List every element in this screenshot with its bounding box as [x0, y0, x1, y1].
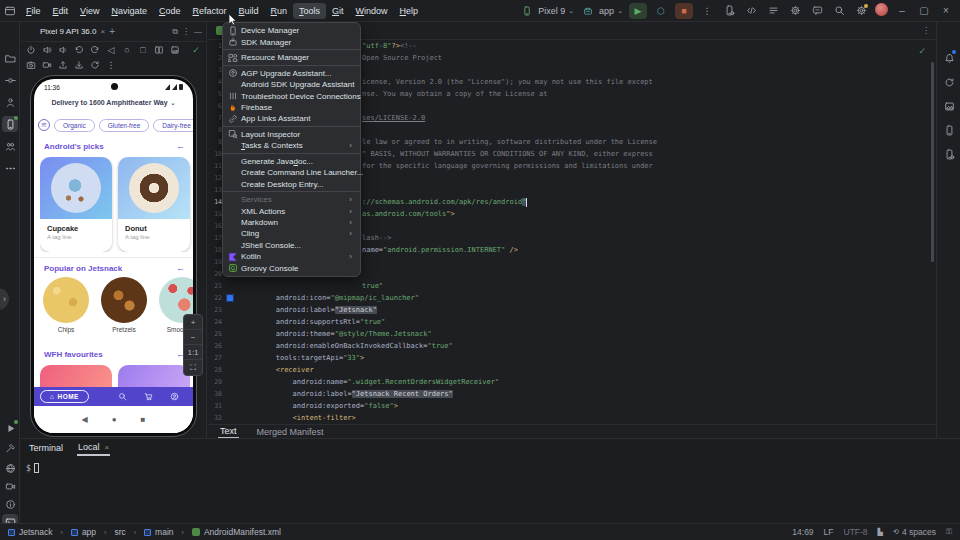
volume-down-icon[interactable] — [57, 44, 69, 56]
menu-item-layout-inspector[interactable]: Layout Inspector — [223, 129, 360, 140]
manifest-tab-merged-manifest[interactable]: Merged Manifest — [255, 426, 326, 438]
menu-item-tasks-contexts[interactable]: Tasks & Contexts› — [223, 140, 360, 151]
settings-icon[interactable] — [853, 3, 869, 19]
code-line[interactable]: 32 <intent-filter> — [208, 412, 936, 424]
menu-item-resource-manager[interactable]: Resource Manager — [223, 52, 360, 63]
code-with-me-icon[interactable] — [743, 3, 759, 19]
filter-chip[interactable]: Organic — [54, 119, 95, 132]
upload-icon[interactable] — [57, 59, 69, 71]
menu-item-create-desktop-entry[interactable]: Create Desktop Entry... — [223, 178, 360, 189]
run-icon[interactable] — [2, 420, 18, 436]
menu-file[interactable]: File — [20, 3, 47, 19]
zoom-control-+[interactable]: + — [184, 315, 202, 330]
nav-cart-icon[interactable] — [135, 392, 161, 401]
running-devices-icon[interactable] — [2, 116, 18, 132]
menu-refactor[interactable]: Refactor — [186, 3, 232, 19]
snack-card[interactable]: DonutA tag line — [118, 157, 190, 252]
device-tab[interactable]: Pixel 9 API 36.0 — [40, 27, 96, 36]
menu-navigate[interactable]: Navigate — [105, 3, 153, 19]
popular-snack[interactable]: Chips — [42, 277, 90, 343]
menu-code[interactable]: Code — [153, 3, 187, 19]
open-in-window-icon[interactable]: ⧉ — [172, 27, 178, 37]
profiler-icon[interactable] — [2, 138, 18, 154]
device-screen[interactable]: 11:36 Delivery to 1600 Amphitheater Way⌄… — [34, 79, 193, 433]
filter-chip[interactable]: Gluten-free — [99, 119, 150, 132]
code-line[interactable]: 21true" — [208, 280, 936, 292]
code-line[interactable]: 30 android:label="Jetsnack Recent Orders… — [208, 388, 936, 400]
notifications-icon[interactable] — [941, 50, 957, 66]
menu-item-sdk-manager[interactable]: SDK Manager — [223, 36, 360, 47]
close-tab-icon[interactable]: × — [105, 443, 110, 452]
rotate-right-icon[interactable] — [89, 44, 101, 56]
column-mode-icon[interactable]: ▙ — [878, 528, 883, 536]
code-line[interactable]: 28 <receiver — [208, 364, 936, 376]
menu-item-troubleshoot-device-connections[interactable]: Troubleshoot Device Connections — [223, 90, 360, 101]
menu-item-device-manager[interactable]: Device Manager — [223, 25, 360, 36]
nav-overview-button[interactable]: ■ — [141, 415, 146, 424]
menu-tools[interactable]: Tools — [293, 3, 326, 19]
menu-window[interactable]: Window — [350, 3, 394, 19]
file-encoding[interactable]: UTF-8 — [844, 527, 868, 537]
screen-record-icon[interactable] — [2, 478, 18, 494]
terminal-output[interactable]: $ — [21, 457, 960, 473]
web-icon[interactable] — [2, 460, 18, 476]
profiler-icon[interactable] — [787, 3, 803, 19]
menu-item-jshell-console[interactable]: JShell Console... — [223, 240, 360, 251]
code-line[interactable]: 26 android:enableOnBackInvokedCallback="… — [208, 340, 936, 352]
code-line[interactable]: 23 android:label="Jetsnack" — [208, 304, 936, 316]
run-button[interactable]: ▶ — [629, 3, 647, 19]
filter-chip[interactable]: Dairy-free — [153, 119, 193, 132]
device-manager-icon[interactable] — [941, 122, 957, 138]
running-devices-icon[interactable] — [941, 98, 957, 114]
add-device-icon[interactable]: + — [109, 26, 115, 37]
wfh-card[interactable] — [118, 365, 190, 389]
hide-panel-icon[interactable]: — — [194, 27, 202, 36]
reset-icon[interactable] — [89, 59, 101, 71]
code-line[interactable]: 27 tools:targetApi="33"> — [208, 352, 936, 364]
project-icon[interactable] — [2, 50, 18, 66]
menu-item-kotlin[interactable]: Kotlin› — [223, 251, 360, 262]
stop-button[interactable]: ■ — [675, 3, 693, 19]
search-icon[interactable] — [831, 3, 847, 19]
write-access-unlocked-icon[interactable]: ⚿ — [946, 527, 952, 537]
camera-icon[interactable] — [25, 59, 37, 71]
nav-back-button[interactable]: ◀ — [82, 415, 88, 424]
ok-check-icon[interactable]: ✓ — [190, 44, 202, 56]
more-actions-icon[interactable]: ⋮ — [699, 3, 715, 19]
menu-item-firebase[interactable]: Firebase — [223, 102, 360, 113]
ai-assistant-icon[interactable] — [809, 3, 825, 19]
breadcrumb-item[interactable]: app — [71, 527, 96, 537]
close-tab-icon[interactable]: × — [100, 27, 105, 36]
terminal-tab-local[interactable]: Local × — [77, 440, 110, 456]
device-explorer-icon[interactable] — [941, 146, 957, 162]
menu-item-generate-javadoc[interactable]: Generate Javadoc... — [223, 156, 360, 167]
menu-build[interactable]: Build — [232, 3, 264, 19]
editor-options-icon[interactable]: ⋮ — [922, 26, 930, 35]
device-selector[interactable]: Pixel 9 ⌄ — [519, 3, 574, 19]
commit-icon[interactable] — [2, 72, 18, 88]
menu-item-cling[interactable]: Cling› — [223, 228, 360, 239]
gradle-icon[interactable] — [941, 74, 957, 90]
structure-icon[interactable] — [2, 94, 18, 110]
panel-options-icon[interactable]: ⋮ — [182, 27, 190, 36]
menu-view[interactable]: View — [74, 3, 105, 19]
rotate-left-icon[interactable] — [73, 44, 85, 56]
arrow-left-icon[interactable]: ← — [176, 263, 185, 273]
back-icon[interactable]: ◁ — [105, 44, 117, 56]
screen-record-icon[interactable] — [41, 59, 53, 71]
menu-item-app-links-assistant[interactable]: App Links Assistant — [223, 113, 360, 124]
snack-card[interactable]: CupcakeA tag line — [40, 157, 112, 252]
zoom-control-−[interactable]: − — [184, 330, 202, 345]
zoom-control-1:1[interactable]: 1:1 — [184, 345, 202, 360]
caret-position[interactable]: 14:69 — [792, 527, 813, 537]
breadcrumb-item[interactable]: src — [114, 527, 125, 537]
nav-home-button[interactable]: ⌂ HOME — [40, 390, 89, 403]
menu-edit[interactable]: Edit — [47, 3, 75, 19]
volume-up-icon[interactable] — [41, 44, 53, 56]
sync-devices-icon[interactable] — [721, 3, 737, 19]
manifest-tab-text[interactable]: Text — [218, 425, 239, 439]
screenshot-icon[interactable] — [169, 44, 181, 56]
home-icon[interactable]: ○ — [121, 44, 133, 56]
menu-git[interactable]: Git — [326, 3, 350, 19]
menu-item-android-sdk-upgrade-assistant[interactable]: Android SDK Upgrade Assistant — [223, 79, 360, 90]
